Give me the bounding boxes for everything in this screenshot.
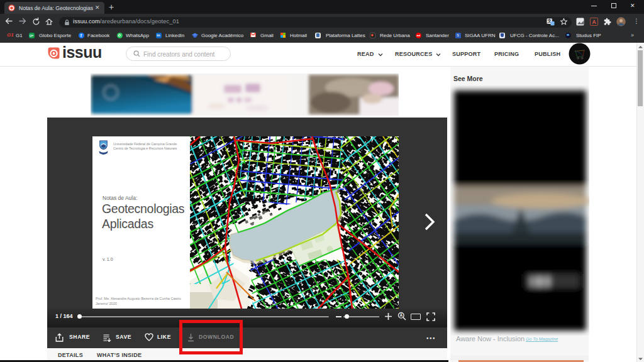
svg-text:A: A (399, 313, 402, 317)
svg-text:▌█▐▎: ▌█▐▎ (531, 276, 555, 287)
svg-text:A: A (592, 19, 596, 25)
